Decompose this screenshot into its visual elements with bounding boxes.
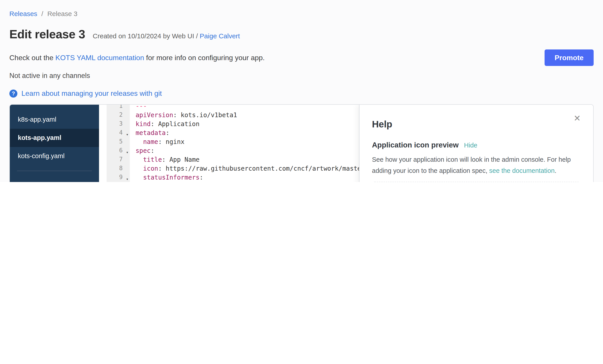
breadcrumb-separator: /	[41, 10, 43, 17]
promote-button[interactable]: Promote	[545, 49, 594, 66]
gutter-line: 8	[107, 164, 130, 173]
docs-prefix: Check out the	[9, 54, 55, 61]
file-tree: k8s-app.yamlkots-app.yamlkots-config.yam…	[10, 105, 99, 182]
gutter-line: 6▾	[107, 146, 130, 155]
file-tree-divider	[17, 171, 92, 171]
breadcrumb: Releases / Release 3	[9, 0, 594, 17]
gutter-line: 3	[107, 119, 130, 128]
author-link[interactable]: Paige Calvert	[200, 32, 240, 40]
file-tree-secondary: example-configmap.yamlexample-deployment…	[10, 176, 99, 182]
code-line[interactable]: ---	[136, 105, 359, 110]
code-line[interactable]: spec:	[136, 146, 359, 155]
file-tree-item[interactable]: kots-config.yaml	[10, 147, 99, 165]
gutter-line: 7	[107, 155, 130, 164]
gutter-line: 9▾	[107, 173, 130, 182]
see-documentation-link[interactable]: see the documentation	[489, 167, 555, 174]
yaml-editor[interactable]: 1234▾56▾789▾1011▾12▾13141516 ---apiVersi…	[107, 105, 359, 182]
kots-yaml-docs-link[interactable]: KOTS YAML documentation	[55, 54, 144, 61]
gutter-line: 5	[107, 137, 130, 146]
file-tree-item[interactable]: k8s-app.yaml	[10, 110, 99, 129]
code-line[interactable]: metadata:	[136, 128, 359, 137]
page-title: Edit release 3	[9, 28, 85, 41]
hide-link[interactable]: Hide	[464, 142, 477, 149]
close-icon[interactable]: ✕	[571, 113, 583, 124]
gutter-line: 2	[107, 110, 130, 119]
created-text: Created on 10/10/2024 by Web UI /	[93, 32, 200, 40]
help-title: Help	[372, 119, 581, 130]
code-line[interactable]: title: App Name	[136, 155, 359, 164]
gutter: 1234▾56▾789▾1011▾12▾13141516	[107, 105, 130, 182]
code-line[interactable]: name: nginx	[136, 137, 359, 146]
gutter-line: 4▾	[107, 128, 130, 137]
code-line[interactable]: icon: https://raw.githubusercontent.com/…	[136, 164, 359, 173]
code-area[interactable]: ---apiVersion: kots.io/v1beta1kind: Appl…	[130, 105, 359, 182]
help-description: See how your application icon will look …	[372, 154, 581, 176]
code-lines: ---apiVersion: kots.io/v1beta1kind: Appl…	[136, 105, 359, 182]
breadcrumb-releases-link[interactable]: Releases	[9, 10, 37, 17]
help-description-period: .	[555, 167, 557, 174]
question-icon: ?	[9, 89, 17, 98]
release-editor-page: Releases / Release 3 Edit release 3 Crea…	[0, 0, 603, 182]
icon-preview-title: Application icon preview	[372, 141, 459, 149]
gutter-line: 1	[107, 105, 130, 110]
git-help-row: ? Learn about managing your releases wit…	[9, 89, 594, 98]
git-releases-link[interactable]: Learn about managing your releases with …	[21, 89, 162, 98]
docs-line: Check out the KOTS YAML documentation fo…	[9, 54, 265, 62]
help-panel: ✕ Help Application icon preview Hide See…	[359, 105, 593, 182]
gutter-lines: 1234▾56▾789▾1011▾12▾13141516	[107, 105, 130, 182]
channel-status: Not active in any channels	[9, 72, 594, 80]
breadcrumb-current: Release 3	[47, 10, 77, 17]
created-info: Created on 10/10/2024 by Web UI / Paige …	[93, 32, 240, 40]
file-tree-primary: k8s-app.yamlkots-app.yamlkots-config.yam…	[10, 110, 99, 165]
code-line[interactable]: apiVersion: kots.io/v1beta1	[136, 110, 359, 119]
release-editor: k8s-app.yamlkots-app.yamlkots-config.yam…	[9, 104, 594, 182]
file-tree-item[interactable]: kots-app.yaml	[10, 129, 99, 147]
pane-gap	[99, 105, 107, 182]
file-tree-item[interactable]: example-configmap.yaml	[10, 176, 99, 182]
docs-suffix: for more info on configuring your app.	[144, 54, 265, 61]
fold-caret-icon[interactable]: ▾	[126, 175, 128, 182]
code-line[interactable]: statusInformers:	[136, 173, 359, 182]
code-line[interactable]: kind: Application	[136, 119, 359, 128]
